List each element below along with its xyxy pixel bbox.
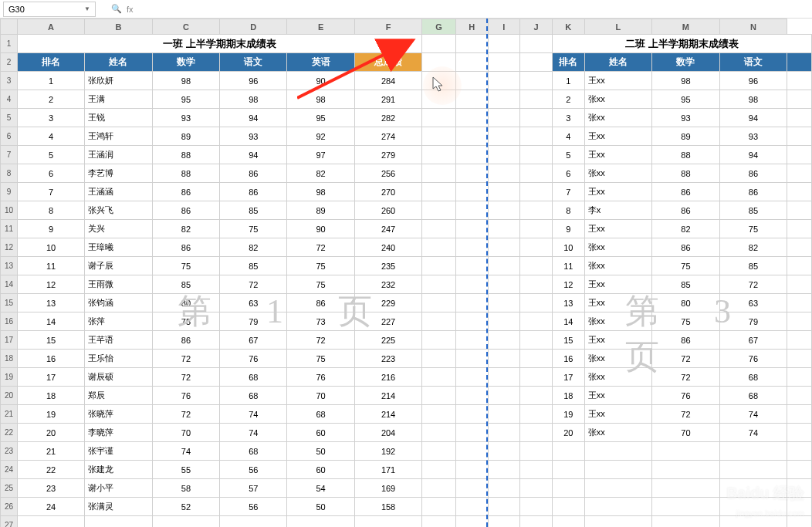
left-data-cell[interactable]: 张宇谨 xyxy=(85,442,152,461)
left-data-cell[interactable]: 68 xyxy=(220,442,287,461)
left-data-cell[interactable]: 3 xyxy=(17,109,84,127)
row-header[interactable]: 11 xyxy=(1,220,18,238)
cell[interactable] xyxy=(520,368,553,387)
right-data-cell[interactable]: 10 xyxy=(552,238,584,257)
row-header[interactable]: 20 xyxy=(1,387,18,405)
left-data-cell[interactable]: 88 xyxy=(152,146,219,164)
left-data-cell[interactable]: 关兴 xyxy=(85,220,152,238)
left-data-cell[interactable]: 52 xyxy=(152,498,219,516)
cell[interactable] xyxy=(787,331,812,350)
left-data-cell[interactable]: 67 xyxy=(220,331,287,350)
cell[interactable] xyxy=(520,461,553,479)
left-data-cell[interactable]: 王涵涵 xyxy=(85,183,152,201)
right-data-cell[interactable]: 17 xyxy=(552,368,584,387)
left-data-cell[interactable]: 68 xyxy=(220,387,287,405)
cell[interactable] xyxy=(488,294,520,312)
cell[interactable] xyxy=(787,294,812,312)
left-data-cell[interactable]: 227 xyxy=(354,312,421,331)
right-data-cell[interactable]: 5 xyxy=(552,146,584,164)
cell[interactable] xyxy=(422,312,456,331)
left-data-cell[interactable]: 95 xyxy=(287,109,354,127)
right-data-cell[interactable]: 7 xyxy=(552,183,584,201)
right-data-cell[interactable]: 王xx xyxy=(584,220,652,238)
left-data-cell[interactable]: 54 xyxy=(287,479,354,498)
right-data-cell[interactable]: 85 xyxy=(652,275,719,294)
right-data-cell[interactable]: 张xx xyxy=(584,350,652,368)
right-data-cell[interactable]: 18 xyxy=(552,387,584,405)
left-data-cell[interactable]: 86 xyxy=(220,164,287,183)
cell[interactable] xyxy=(520,312,553,331)
right-data-cell[interactable]: 86 xyxy=(719,183,787,201)
right-data-cell[interactable]: 94 xyxy=(719,146,787,164)
right-data-cell[interactable]: 4 xyxy=(552,127,584,146)
row-header[interactable]: 6 xyxy=(1,127,18,146)
cell[interactable] xyxy=(422,442,456,461)
cell[interactable] xyxy=(787,461,812,479)
left-data-cell[interactable]: 60 xyxy=(287,424,354,442)
left-data-cell[interactable]: 98 xyxy=(287,183,354,201)
left-data-cell[interactable]: 256 xyxy=(354,164,421,183)
left-data-cell[interactable]: 18 xyxy=(17,387,84,405)
cell[interactable] xyxy=(354,516,421,528)
left-data-cell[interactable]: 22 xyxy=(17,461,84,479)
cell[interactable] xyxy=(520,183,553,201)
right-data-cell[interactable]: 王xx xyxy=(584,387,652,405)
cell[interactable] xyxy=(422,479,456,498)
left-data-cell[interactable]: 谢子辰 xyxy=(85,257,152,275)
left-data-cell[interactable]: 85 xyxy=(152,275,219,294)
cell[interactable] xyxy=(520,146,553,164)
left-data-cell[interactable]: 15 xyxy=(17,331,84,350)
cell[interactable] xyxy=(520,90,553,109)
cell[interactable] xyxy=(422,294,456,312)
left-data-cell[interactable]: 57 xyxy=(220,479,287,498)
row-header[interactable]: 13 xyxy=(1,257,18,275)
left-data-cell[interactable]: 229 xyxy=(354,294,421,312)
right-data-cell[interactable]: 14 xyxy=(552,312,584,331)
cell[interactable] xyxy=(520,238,553,257)
left-data-cell[interactable]: 82 xyxy=(220,238,287,257)
left-data-cell[interactable]: 94 xyxy=(220,109,287,127)
cell[interactable] xyxy=(584,498,652,516)
fx-icon[interactable]: fx xyxy=(127,5,134,14)
right-data-cell[interactable]: 82 xyxy=(652,220,719,238)
right-data-cell[interactable]: 王xx xyxy=(584,331,652,350)
left-data-cell[interactable]: 19 xyxy=(17,405,84,424)
cell[interactable] xyxy=(520,498,553,516)
cell[interactable] xyxy=(455,516,488,528)
cell[interactable] xyxy=(520,35,553,53)
cell[interactable] xyxy=(520,53,553,72)
left-data-cell[interactable]: 260 xyxy=(354,201,421,220)
right-data-cell[interactable]: 72 xyxy=(652,368,719,387)
row-header[interactable]: 3 xyxy=(1,72,18,90)
left-data-cell[interactable]: 70 xyxy=(287,387,354,405)
right-data-cell[interactable]: 93 xyxy=(719,127,787,146)
left-data-cell[interactable]: 158 xyxy=(354,498,421,516)
cell[interactable] xyxy=(488,257,520,275)
column-header-A[interactable]: A xyxy=(17,19,84,35)
cell[interactable] xyxy=(455,90,488,109)
right-data-cell[interactable]: 79 xyxy=(719,312,787,331)
cell[interactable] xyxy=(787,238,812,257)
left-data-cell[interactable]: 张萍 xyxy=(85,312,152,331)
left-data-cell[interactable]: 86 xyxy=(152,201,219,220)
right-data-cell[interactable]: 86 xyxy=(652,238,719,257)
left-data-cell[interactable]: 86 xyxy=(220,183,287,201)
left-data-cell[interactable]: 98 xyxy=(287,90,354,109)
cell[interactable] xyxy=(488,461,520,479)
left-data-cell[interactable]: 2 xyxy=(17,90,84,109)
row-header[interactable]: 17 xyxy=(1,331,18,350)
cell[interactable] xyxy=(455,35,488,53)
right-data-cell[interactable]: 72 xyxy=(652,350,719,368)
right-data-cell[interactable]: 张xx xyxy=(584,164,652,183)
cell[interactable] xyxy=(455,350,488,368)
cell[interactable] xyxy=(787,387,812,405)
cell[interactable] xyxy=(455,312,488,331)
right-data-cell[interactable]: 王xx xyxy=(584,127,652,146)
cell[interactable] xyxy=(455,127,488,146)
left-data-cell[interactable]: 86 xyxy=(152,238,219,257)
left-data-cell[interactable]: 86 xyxy=(287,294,354,312)
cell[interactable] xyxy=(552,498,584,516)
column-header-F[interactable]: F xyxy=(354,19,421,35)
right-data-cell[interactable]: 王xx xyxy=(584,146,652,164)
left-data-cell[interactable]: 68 xyxy=(287,405,354,424)
